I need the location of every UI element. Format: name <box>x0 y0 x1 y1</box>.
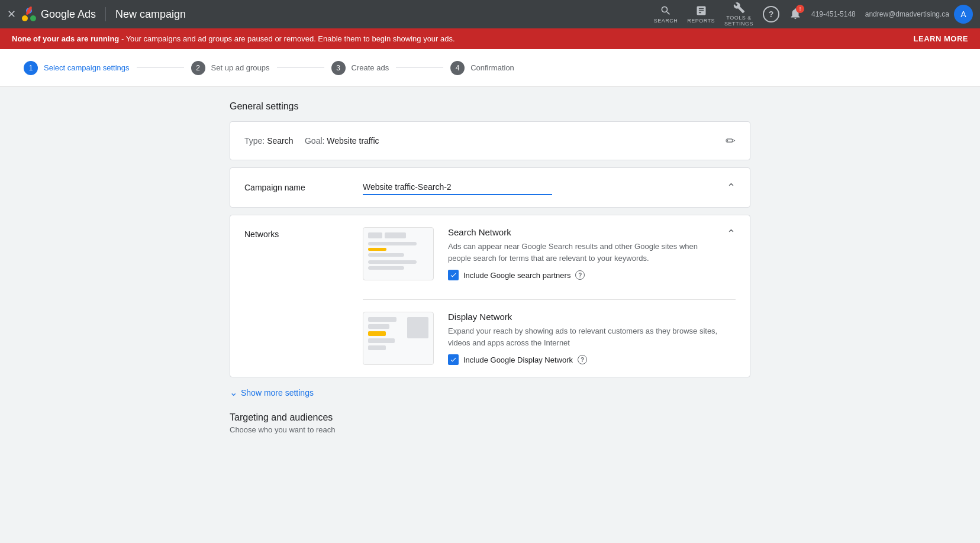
notifications-button[interactable]: ! <box>789 7 802 22</box>
search-partners-label: Include Google search partners <box>463 271 570 280</box>
campaign-name-input[interactable] <box>363 180 552 195</box>
search-network-name: Search Network <box>448 227 703 237</box>
google-ads-logo-icon <box>21 6 37 22</box>
include-search-partners-checkbox[interactable] <box>448 270 459 280</box>
networks-label: Networks <box>244 227 363 239</box>
step-2-label: Set up ad groups <box>211 63 270 72</box>
d-bar-2 <box>368 324 389 329</box>
collapse-campaign-name-button[interactable]: ⌃ <box>727 181 736 194</box>
show-more-settings-button[interactable]: ⌄ Show more settings <box>230 387 750 398</box>
display-network-help-icon[interactable]: ? <box>578 355 587 364</box>
d-bar-accent <box>368 331 386 336</box>
search-partners-help-icon[interactable]: ? <box>575 270 585 280</box>
networks-content: Search Network Ads can appear near Googl… <box>363 227 736 365</box>
alert-learn-more-button[interactable]: LEARN MORE <box>914 34 968 43</box>
type-label: Type: <box>244 136 265 146</box>
illus-bar-2 <box>368 253 404 257</box>
campaign-name-field-wrapper <box>363 180 552 195</box>
nav-divider <box>105 7 106 21</box>
alert-banner: None of your ads are running - Your camp… <box>0 28 980 49</box>
collapse-networks-button[interactable]: ⌃ <box>727 227 736 240</box>
alert-text: None of your ads are running - Your camp… <box>12 34 455 43</box>
illus-bar-4 <box>368 266 404 270</box>
networks-card: Networks <box>230 215 750 377</box>
display-illus-left <box>368 317 404 360</box>
alert-rest-text: - Your campaigns and ad groups are pause… <box>121 34 455 43</box>
targeting-title: Targeting and audiences <box>230 412 750 423</box>
campaign-name-card: Campaign name ⌃ <box>230 167 750 208</box>
notification-badge: ! <box>796 5 804 13</box>
alert-bold-text: None of your ads are running <box>12 34 119 43</box>
search-network-section: Search Network Ads can appear near Googl… <box>363 227 736 280</box>
search-network-info: Search Network Ads can appear near Googl… <box>448 227 703 280</box>
campaign-name-label: Campaign name <box>244 183 363 192</box>
type-goal-row: Type: Search Goal: Website traffic ✏ <box>230 122 750 160</box>
type-goal-card: Type: Search Goal: Website traffic ✏ <box>230 121 750 160</box>
reports-nav-label: REPORTS <box>687 18 715 24</box>
checkmark-icon <box>450 272 457 279</box>
step-1-number: 1 <box>29 64 33 72</box>
app-name: Google Ads <box>41 8 96 21</box>
step-4-number: 4 <box>456 64 460 72</box>
step-2: 2 Set up ad groups <box>191 61 270 75</box>
step-3-label: Create ads <box>352 63 389 72</box>
d-bar-4 <box>368 345 386 350</box>
chevron-down-icon: ⌄ <box>230 387 237 398</box>
checkmark-display-icon <box>450 356 457 363</box>
search-network-desc: Ads can appear near Google Search result… <box>448 241 703 264</box>
edit-type-goal-button[interactable]: ✏ <box>726 134 736 148</box>
show-more-settings-label: Show more settings <box>241 388 314 397</box>
user-phone: 419-451-5148 <box>811 10 856 18</box>
display-network-info: Display Network Expand your reach by sho… <box>448 312 736 365</box>
page-title: New campaign <box>115 8 186 21</box>
type-value: Search <box>267 136 293 146</box>
illus-bar-accent <box>368 248 386 251</box>
step-1: 1 Select campaign settings <box>24 61 130 75</box>
search-nav-button[interactable]: SEARCH <box>654 5 678 24</box>
display-illus-square <box>407 317 428 338</box>
pencil-icon: ✏ <box>726 134 736 147</box>
step-3: 3 Create ads <box>331 61 389 75</box>
step-1-circle: 1 <box>24 61 38 75</box>
illus-bar-3 <box>368 260 417 264</box>
display-network-illustration <box>363 312 434 365</box>
tools-settings-nav-button[interactable]: TOOLS &SETTINGS <box>724 2 753 27</box>
display-network-label: Include Google Display Network <box>463 355 573 364</box>
search-nav-label: SEARCH <box>654 18 678 24</box>
step-2-number: 2 <box>196 64 200 72</box>
search-partners-checkbox-row: Include Google search partners ? <box>448 270 703 280</box>
step-4-label: Confirmation <box>470 63 514 72</box>
goal-value: Website traffic <box>327 136 379 146</box>
targeting-section: Targeting and audiences Choose who you w… <box>230 412 750 434</box>
step-connector-2 <box>277 67 324 68</box>
main-content: General settings Type: Search Goal: Webs… <box>206 87 774 448</box>
search-network-illustration <box>363 227 434 280</box>
display-network-section: Display Network Expand your reach by sho… <box>363 312 736 365</box>
networks-chevron-up-icon: ⌃ <box>727 228 736 240</box>
include-display-network-checkbox[interactable] <box>448 354 459 365</box>
display-network-checkbox-row: Include Google Display Network ? <box>448 354 736 365</box>
illus-bar-1 <box>368 242 417 245</box>
general-settings-title: General settings <box>230 101 750 112</box>
help-button[interactable]: ? <box>763 6 779 22</box>
display-network-name: Display Network <box>448 312 736 322</box>
user-menu[interactable]: 419-451-5148 andrew@dmadvertising.ca A <box>811 5 973 24</box>
user-avatar: A <box>954 5 973 24</box>
top-navigation: ✕ Google Ads New campaign SEARCH REPORTS… <box>0 0 980 28</box>
step-1-label: Select campaign settings <box>44 63 130 72</box>
tools-settings-nav-label: TOOLS &SETTINGS <box>724 15 753 27</box>
tools-settings-icon <box>733 2 745 14</box>
step-connector-3 <box>396 67 443 68</box>
close-button[interactable]: ✕ <box>7 8 16 21</box>
illus-search-header <box>368 232 428 238</box>
illus-box-2 <box>385 232 406 238</box>
illus-box-1 <box>368 232 382 238</box>
reports-nav-button[interactable]: REPORTS <box>687 5 715 24</box>
stepper: 1 Select campaign settings 2 Set up ad g… <box>0 49 980 87</box>
network-separator <box>363 299 736 300</box>
app-logo: Google Ads <box>21 6 96 22</box>
display-network-desc: Expand your reach by showing ads to rele… <box>448 325 736 348</box>
type-goal-text: Type: Search Goal: Website traffic <box>244 136 379 146</box>
d-bar-3 <box>368 338 395 343</box>
goal-label: Goal: <box>305 136 324 146</box>
